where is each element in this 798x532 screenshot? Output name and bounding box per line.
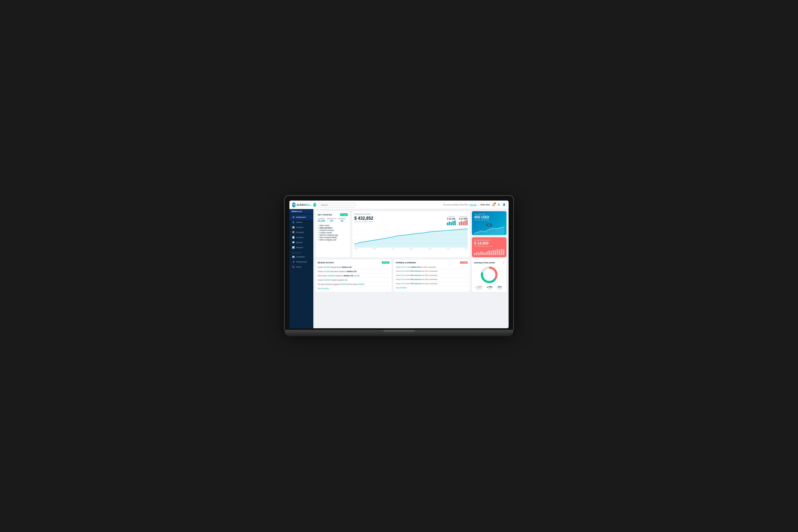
payable-header: PAYABLE & OVERDUE 17 New	[396, 262, 468, 264]
gs-link-company-details[interactable]: Add company details	[318, 236, 348, 238]
logo-icon: SB	[292, 203, 296, 207]
overdue-bar	[474, 253, 476, 255]
sidebar-item-clients[interactable]: 👤 Clients	[289, 220, 314, 225]
sum-stat-voided: 20% Voided	[497, 286, 502, 290]
overdue-label: Overdue Invoices	[474, 240, 504, 241]
overdue-bars	[474, 248, 504, 255]
sidebar-label-preferences: Preferences	[296, 261, 307, 263]
chart-day-wed: WED	[410, 248, 413, 250]
gs-link-create-invoice[interactable]: Create an invoice	[318, 229, 348, 231]
line-chart-svg	[354, 226, 468, 248]
gs-link-add-product[interactable]: Add a product	[318, 227, 348, 229]
invoice-sub: 0% higher than last month	[354, 221, 373, 222]
payable-inv-link[interactable]: #06	[401, 270, 404, 272]
payable-amount: $387	[425, 270, 429, 272]
activity-link[interactable]: #VIO645	[323, 270, 330, 272]
payable-inv-link[interactable]: #06	[401, 274, 404, 276]
sidebar-label-clients: Clients	[296, 221, 302, 224]
activity-client: NetSee LTD	[347, 270, 357, 272]
chart-day-sun: SUN	[354, 248, 358, 250]
sidebar-label-taxes: Taxes	[296, 266, 301, 268]
logo-text: SLEEKBILL	[297, 204, 311, 206]
overdue-card: Overdue Invoices $ 14,500 15% higher tha…	[472, 237, 507, 257]
activity-client: NetSee LTD	[344, 275, 353, 277]
activity-item: Invoice #VIO645 has been emailed to NetS…	[318, 269, 390, 274]
sidebar-item-products[interactable]: 📦 Products	[289, 230, 314, 235]
activity-link[interactable]: #GID645	[323, 266, 330, 268]
stat-products-value: 36	[327, 220, 336, 222]
upgrade-link[interactable]: Upgrade	[470, 204, 477, 206]
activity-client: NetSee LTD	[342, 266, 352, 268]
gs-link-company-logo[interactable]: Add the company logo	[318, 234, 348, 236]
activity-link[interactable]: #GID645	[323, 279, 330, 281]
see-all-activity[interactable]: See all activity	[318, 288, 390, 289]
logo-area: SB SLEEKBILL +	[292, 203, 316, 207]
see-all-clients[interactable]: See all clients	[396, 287, 468, 289]
overdue-bar	[482, 252, 484, 255]
sidebar-item-dashboard[interactable]: ⊞ Dashboard	[289, 215, 314, 220]
notification-icon[interactable]: 🔔 1	[492, 203, 495, 207]
activity-link[interactable]: #54366	[358, 283, 364, 285]
main-content: GET STARTED 15 days CLIENTS 20,188 PRODU…	[314, 209, 509, 328]
payable-inv-link[interactable]: #045	[401, 266, 405, 268]
overdue-bar	[499, 250, 500, 255]
top-bar-right: You are currently in Free Plan Upgrade |…	[443, 203, 506, 207]
get-started-header: GET STARTED 15 days	[318, 213, 348, 216]
activity-card: RECENT ACTIVITY 35 New Invoice #GID645 v…	[316, 259, 392, 292]
week-sales-amount: 450 USD	[474, 215, 504, 219]
gs-link-create-quote[interactable]: Create a quote	[318, 232, 348, 233]
settings-icon[interactable]: ⚙	[497, 203, 500, 207]
search-input[interactable]	[319, 203, 356, 208]
payable-amount: $387	[425, 279, 429, 280]
sidebar-item-preferences[interactable]: ⚙ Preferences	[289, 259, 314, 264]
paid-label: Paid	[487, 288, 493, 290]
invoice-main-amount: $ 432,852	[354, 216, 373, 221]
mini-bar	[466, 220, 468, 225]
preferences-icon: ⚙	[292, 261, 295, 263]
sidebar-item-reports[interactable]: 📊 Reports	[289, 245, 314, 250]
activity-link[interactable]: #GID645	[327, 275, 334, 277]
overdue-bar	[484, 252, 486, 255]
sidebar-item-vendors[interactable]: 🏢 Vendors	[289, 225, 314, 230]
mini-bar	[454, 221, 456, 225]
summary-toggle[interactable]: ▾	[503, 262, 504, 264]
sidebar-org[interactable]: NetSee LLC	[289, 209, 314, 214]
activity-item: Invoice #GID645 viewed by the NetSee LTD	[318, 265, 390, 269]
payable-inv-link[interactable]: #06	[401, 283, 404, 284]
gs-link-company-user[interactable]: Add a company user	[318, 239, 348, 241]
payable-brand: PRO Advertise	[411, 274, 422, 276]
price-tooltip: $520	[486, 224, 492, 226]
payable-inv-link[interactable]: #06	[401, 279, 404, 280]
get-started-card: GET STARTED 15 days CLIENTS 20,188 PRODU…	[316, 211, 350, 257]
laptop-wrapper: SB SLEEKBILL + You are currently in Free…	[285, 196, 513, 336]
payable-badge: 17 New	[460, 262, 468, 264]
payable-item: Invoice #06 to client PRO Advertise has …	[396, 282, 468, 286]
taxes-icon: 🔖	[292, 266, 295, 268]
sidebar-item-company[interactable]: 🏢 Company	[289, 254, 314, 259]
payable-item: Invoice #045 to client NetSee LTD has $6…	[396, 265, 468, 269]
sidebar-item-quotes[interactable]: 💬 Quotes	[289, 240, 314, 245]
overdue-bar	[491, 251, 492, 255]
overdue-sub: 15% higher than last week	[474, 245, 504, 247]
gs-link-add-client[interactable]: Add a client	[318, 225, 348, 226]
user-icon[interactable]: 👤	[502, 203, 506, 207]
overdue-bar	[494, 250, 496, 255]
activity-amount: $4,635	[354, 275, 360, 277]
stat-products: PRODUCTS 36	[327, 218, 336, 222]
sidebar-label-quotes: Quotes	[296, 241, 302, 244]
payable-item: Invoice #06 to client PRO Advertise has …	[396, 269, 468, 273]
user-name: Victor Alex	[480, 204, 490, 206]
overdue-bar	[478, 252, 480, 255]
add-button[interactable]: +	[314, 203, 316, 207]
voided-pct: 20%	[497, 286, 502, 288]
chart-day-sat: SAT	[465, 248, 468, 250]
sidebar-item-invoices[interactable]: 📄 Invoices	[289, 235, 314, 240]
stat-invoices: INVOICES 65	[338, 218, 346, 222]
search-bar	[319, 202, 441, 208]
voided-label: Voided	[497, 288, 502, 290]
activity-title: RECENT ACTIVITY	[318, 262, 334, 264]
sidebar-item-taxes[interactable]: 🔖 Taxes	[289, 264, 314, 269]
paid-pct: ▶ 45%	[487, 286, 493, 288]
overdue-bar	[480, 251, 482, 255]
overdue-bar	[503, 249, 504, 255]
